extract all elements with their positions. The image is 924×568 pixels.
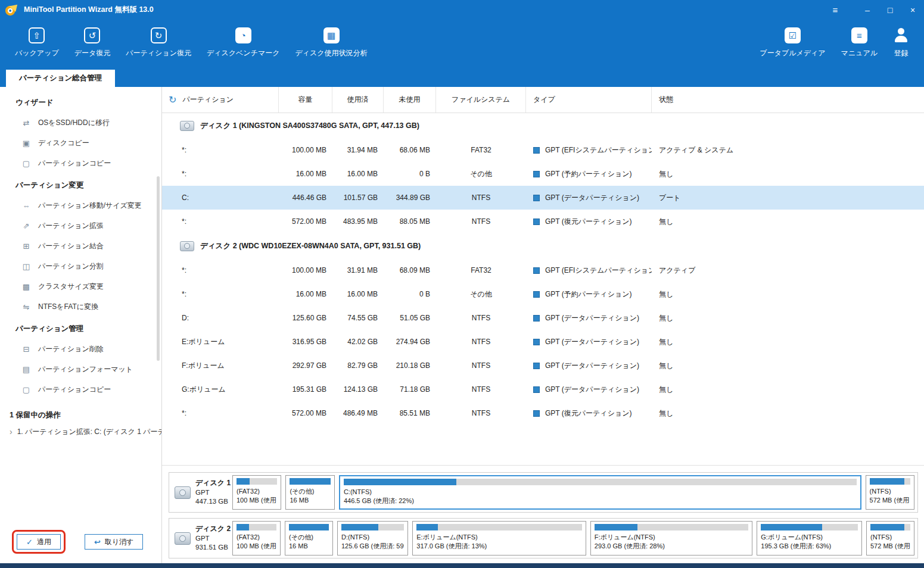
menu-icon[interactable]: ≡: [824, 0, 847, 20]
partition-capacity: 572.00 MB: [279, 217, 332, 226]
partition-type-label: GPT (復元パーティション): [545, 408, 631, 419]
partition-used: 42.02 GB: [332, 338, 384, 346]
partition-type: GPT (復元パーティション): [526, 408, 652, 419]
partition-capacity: 316.95 GB: [279, 338, 332, 346]
maximize-icon[interactable]: □: [879, 0, 901, 20]
disk-group-row[interactable]: ディスク 1 (KINGSTON SA400S37480G SATA, GPT,…: [162, 113, 924, 138]
disk-map-disk-info[interactable]: ディスク 2GPT931.51 GB: [169, 519, 232, 558]
bottom-strip: [0, 563, 924, 568]
partition-recovery-icon: ↻: [151, 27, 167, 43]
partition-row[interactable]: G:ボリューム195.31 GB124.13 GB71.18 GBNTFSGPT…: [162, 377, 924, 401]
toolbar-button-disk-benchmark[interactable]: ◔ディスクベンチマーク: [199, 20, 288, 58]
sidebar-item-ntfs-to-fat[interactable]: ⇋NTFSをFATに変換: [0, 297, 161, 317]
partition-type: GPT (EFIシステムパーティション): [526, 266, 652, 276]
disk-map-disk-scheme: GPT: [195, 534, 231, 543]
sidebar-item-partition-copy-2[interactable]: ▢パーティションコピー: [0, 379, 161, 400]
sidebar-item-disk-copy[interactable]: ▣ディスクコピー: [0, 133, 161, 153]
sidebar-item-label: ディスクコピー: [38, 138, 89, 148]
partition-row[interactable]: *:16.00 MB16.00 MB0 Bその他GPT (予約パーティション)無…: [162, 282, 924, 306]
partition-used: 82.79 GB: [332, 361, 384, 370]
partition-unused: 0 B: [384, 290, 436, 298]
partition-row[interactable]: C:446.46 GB101.57 GB344.89 GBNTFSGPT (デー…: [162, 186, 924, 210]
main-area: ウィザード⇄OSをSSD/HDDに移行▣ディスクコピー▢パーティションコピーパー…: [0, 87, 924, 563]
partition-row[interactable]: *:16.00 MB16.00 MB0 Bその他GPT (予約パーティション)無…: [162, 162, 924, 186]
disk-map-partition[interactable]: (NTFS)572 MB (使用済: [866, 521, 914, 555]
toolbar-button-disk-usage-analysis[interactable]: ▦ディスク使用状況分析: [287, 20, 375, 58]
toolbar-button-partition-recovery[interactable]: ↻パーティション復元: [118, 20, 199, 58]
sidebar-item-label: パーティション拡張: [38, 221, 104, 231]
partition-name: *:: [162, 217, 279, 226]
partition-row[interactable]: E:ボリューム316.95 GB42.02 GB274.94 GBNTFSGPT…: [162, 330, 924, 354]
sidebar-item-move-resize[interactable]: ⇔パーティション移動/サイズ変更: [0, 195, 161, 216]
usage-bar-fill: [416, 524, 438, 530]
disk-map-partition[interactable]: E:ボリューム(NTFS)317.0 GB (使用済: 13%): [412, 521, 586, 555]
toolbar-button-register[interactable]: 登録: [885, 20, 917, 58]
split-icon: ◫: [21, 262, 31, 271]
toolbar-button-label: ディスク使用状況分析: [295, 48, 367, 58]
tab-partition-management[interactable]: パーティション総合管理: [6, 70, 115, 87]
disk-map-partition[interactable]: D:(NTFS)125.6 GB (使用済: 59%: [337, 521, 408, 555]
partition-row[interactable]: F:ボリューム292.97 GB82.79 GB210.18 GBNTFSGPT…: [162, 354, 924, 377]
column-header-capacity: 容量: [279, 87, 332, 113]
backup-icon: ⇧: [29, 27, 45, 43]
disk-map-partition[interactable]: C:(NTFS)446.5 GB (使用済: 22%): [339, 475, 861, 510]
sidebar-section-title: ウィザード: [0, 90, 161, 113]
partition-capacity: 446.46 GB: [279, 194, 332, 202]
usage-bar: [870, 478, 910, 485]
partition-type-label: GPT (予約パーティション): [545, 169, 631, 179]
sidebar-item-label: パーティション移動/サイズ変更: [38, 201, 142, 211]
partition-row[interactable]: D:125.60 GB74.55 GB51.05 GBNTFSGPT (データパ…: [162, 306, 924, 330]
pending-operation-item[interactable]: ›1. パーティション拡張: C: (ディスク 1 パーティ...: [0, 424, 161, 439]
partition-copy-icon: ▢: [21, 159, 31, 168]
sidebar-item-migrate-os[interactable]: ⇄OSをSSD/HDDに移行: [0, 113, 161, 133]
sidebar-item-label: パーティションコピー: [38, 385, 111, 395]
partition-used: 31.94 MB: [332, 146, 384, 154]
partition-type: GPT (データパーティション): [526, 337, 652, 347]
usage-bar-fill: [870, 478, 904, 485]
close-icon[interactable]: ×: [901, 0, 924, 20]
partition-type: GPT (データパーティション): [526, 385, 652, 395]
sidebar-scrollbar[interactable]: [157, 176, 160, 361]
partition-color-icon: [533, 315, 540, 322]
partition-color-icon: [533, 267, 540, 274]
minimize-icon[interactable]: –: [856, 0, 879, 20]
disk-map-partition[interactable]: (FAT32)100 MB (使用: [232, 521, 281, 555]
partition-used: 124.13 GB: [332, 385, 384, 394]
sidebar-item-partition-copy[interactable]: ▢パーティションコピー: [0, 153, 161, 173]
undo-button-label: 取り消す: [105, 537, 134, 547]
undo-button[interactable]: ↩ 取り消す: [85, 534, 143, 550]
sidebar-item-extend[interactable]: ⇗パーティション拡張: [0, 216, 161, 236]
partition-row[interactable]: *:100.00 MB31.91 MB68.09 MBFAT32GPT (EFI…: [162, 258, 924, 282]
partition-color-icon: [533, 410, 540, 417]
partition-row[interactable]: *:100.00 MB31.94 MB68.06 MBFAT32GPT (EFI…: [162, 138, 924, 162]
disk-map-partition[interactable]: (その他)16 MB: [285, 475, 334, 510]
partition-filesystem: NTFS: [436, 338, 526, 346]
sidebar-item-cluster-size[interactable]: ▩クラスタサイズ変更: [0, 276, 161, 297]
partition-row[interactable]: *:572.00 MB486.49 MB85.51 MBNTFSGPT (復元パ…: [162, 401, 924, 425]
partition-status: ブート: [652, 193, 924, 203]
partition-name: *:: [162, 409, 279, 417]
disk-map-partition[interactable]: (その他)16 MB: [285, 521, 333, 555]
toolbar-button-label: パーティション復元: [126, 48, 191, 58]
disk-group-row[interactable]: ディスク 2 (WDC WD10EZEX-08WN4A0 SATA, GPT, …: [162, 233, 924, 258]
partition-unused: 88.05 MB: [384, 217, 436, 226]
sidebar-item-split[interactable]: ◫パーティション分割: [0, 256, 161, 276]
toolbar-button-manual[interactable]: ≡マニュアル: [833, 20, 885, 58]
toolbar-button-bootable-media[interactable]: ☑ブータブルメディア: [752, 20, 833, 58]
sidebar-item-merge[interactable]: ⊞パーティション結合: [0, 236, 161, 256]
sidebar-item-delete-partition[interactable]: ⊟パーティション削除: [0, 339, 161, 359]
toolbar-button-backup[interactable]: ⇧バックアップ: [7, 20, 67, 58]
sidebar-item-format-partition[interactable]: ▤パーティションフォーマット: [0, 359, 161, 379]
disk-map-partition[interactable]: F:ボリューム(NTFS)293.0 GB (使用済: 28%): [590, 521, 752, 555]
disk-map-disk-info[interactable]: ディスク 1GPT447.13 GB: [169, 473, 232, 512]
sidebar-item-label: パーティションフォーマット: [38, 364, 133, 374]
disk-map-partition[interactable]: (NTFS)572 MB (使用: [866, 475, 914, 510]
apply-button[interactable]: ✓ 適用: [17, 534, 61, 550]
disk-map-partition[interactable]: (FAT32)100 MB (使用: [232, 475, 281, 510]
refresh-icon[interactable]: ↻: [169, 95, 176, 105]
partition-name: *:: [162, 290, 279, 298]
column-header-unused: 未使用: [384, 87, 436, 113]
partition-row[interactable]: *:572.00 MB483.95 MB88.05 MBNTFSGPT (復元パ…: [162, 210, 924, 233]
disk-map-partition[interactable]: G:ボリューム(NTFS)195.3 GB (使用済: 63%): [757, 521, 862, 555]
toolbar-button-data-recovery[interactable]: ↺データ復元: [67, 20, 119, 58]
